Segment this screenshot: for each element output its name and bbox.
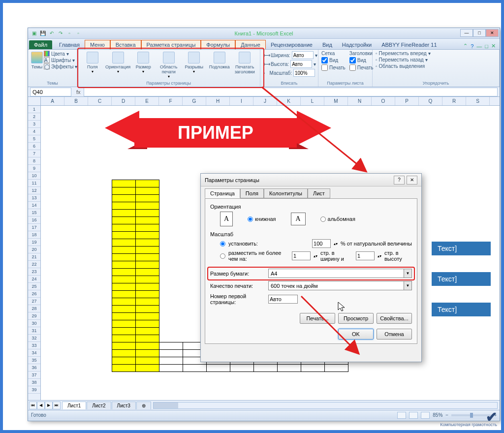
effects-button[interactable]: ◯Эффекты▾: [44, 63, 77, 69]
row-header[interactable]: 34: [28, 349, 40, 357]
new-icon[interactable]: ▫: [65, 30, 73, 37]
row-header[interactable]: 7: [28, 150, 40, 157]
dialog-tab-headerfooter[interactable]: Колонтитулы: [264, 188, 308, 198]
first-page-input[interactable]: [268, 295, 298, 304]
minimize-button[interactable]: —: [460, 29, 473, 37]
open-icon[interactable]: ▫: [74, 30, 82, 37]
gridlines-print-check[interactable]: Печать: [321, 64, 346, 71]
select-all-corner[interactable]: [28, 97, 41, 106]
landscape-radio[interactable]: альбомная: [320, 216, 355, 222]
sheet-tab-2[interactable]: Лист2: [87, 402, 111, 409]
close-button[interactable]: ✕: [486, 29, 499, 37]
row-header[interactable]: 14: [28, 202, 40, 209]
colors-button[interactable]: Цвета▾: [44, 51, 77, 57]
tab-file[interactable]: Файл: [29, 40, 52, 49]
headings-view-check[interactable]: Вид: [349, 57, 374, 63]
sheet-tab-3[interactable]: Лист3: [112, 402, 136, 409]
row-header[interactable]: 16: [28, 216, 40, 224]
column-header[interactable]: B: [64, 97, 88, 105]
undo-icon[interactable]: ↶: [48, 30, 56, 37]
tab-view[interactable]: Вид: [317, 40, 337, 49]
scale-set-radio[interactable]: установить: ▴▾ % от натуральной величины: [220, 239, 412, 248]
column-header[interactable]: P: [395, 97, 419, 105]
row-header[interactable]: 26: [28, 290, 40, 298]
row-header[interactable]: 36: [28, 364, 40, 371]
formula-input[interactable]: [84, 88, 498, 96]
row-header[interactable]: 5: [28, 135, 40, 143]
row-header[interactable]: 17: [28, 224, 40, 231]
properties-button[interactable]: Свойства...: [377, 313, 412, 324]
view-normal-button[interactable]: [397, 412, 406, 419]
row-header[interactable]: 12: [28, 187, 40, 194]
themes-button[interactable]: Темы: [31, 51, 43, 69]
row-header[interactable]: 39: [28, 386, 40, 394]
fx-icon[interactable]: fx: [73, 89, 84, 95]
tab-menu[interactable]: Меню: [85, 40, 110, 49]
sheet-nav-last[interactable]: ⏭: [53, 402, 61, 409]
column-header[interactable]: I: [230, 97, 253, 105]
row-header[interactable]: 3: [28, 121, 40, 128]
dialog-tab-sheet[interactable]: Лист: [308, 188, 330, 198]
width-selector[interactable]: ⟷Ширина:▾: [263, 51, 315, 60]
row-header[interactable]: 4: [28, 128, 40, 135]
preview-button[interactable]: Просмотр: [338, 313, 374, 324]
portrait-radio[interactable]: книжная: [248, 216, 276, 222]
row-header[interactable]: 2: [28, 113, 40, 121]
column-header[interactable]: J: [253, 97, 277, 105]
column-header[interactable]: E: [135, 97, 159, 105]
tab-addins[interactable]: Надстройки: [337, 40, 377, 49]
row-header[interactable]: 38: [28, 379, 40, 386]
tab-abbyy[interactable]: ABBYY FineReader 11: [377, 40, 441, 49]
column-header[interactable]: R: [442, 97, 466, 105]
scale-percent-input[interactable]: [312, 239, 331, 248]
row-header[interactable]: 1: [28, 106, 40, 113]
row-header[interactable]: 22: [28, 261, 40, 268]
redo-icon[interactable]: ↷: [57, 30, 64, 37]
row-header[interactable]: 8: [28, 157, 40, 165]
dialog-titlebar[interactable]: Параметры страницы ? ✕: [201, 174, 421, 186]
print-titles-button[interactable]: Печатать заголовки: [233, 51, 257, 74]
margins-button[interactable]: Поля▾: [80, 51, 105, 74]
row-header[interactable]: 11: [28, 180, 40, 187]
send-backward-button[interactable]: ▫Переместить назад▾: [376, 57, 496, 62]
row-header[interactable]: 35: [28, 357, 40, 364]
view-pagebreak-button[interactable]: [421, 412, 430, 419]
tab-home[interactable]: Главная: [54, 40, 85, 49]
fonts-button[interactable]: AШрифты▾: [44, 57, 77, 63]
tab-data[interactable]: Данные: [235, 40, 266, 49]
column-header[interactable]: D: [112, 97, 135, 105]
row-header[interactable]: 31: [28, 327, 40, 335]
maximize-button[interactable]: □: [473, 29, 486, 37]
row-header[interactable]: 30: [28, 320, 40, 327]
tab-pagelayout[interactable]: Разметка страницы: [141, 40, 201, 49]
tab-formulas[interactable]: Формулы: [201, 40, 235, 49]
row-header[interactable]: 23: [28, 268, 40, 276]
save-icon[interactable]: 💾: [39, 30, 47, 37]
scale-fit-radio[interactable]: разместить не более чем на: ▴▾ стр. в ши…: [220, 250, 412, 262]
height-selector[interactable]: ⟷Высота:▾: [263, 60, 315, 68]
background-button[interactable]: Подложка: [207, 51, 232, 69]
dialog-tab-page[interactable]: Страница: [205, 188, 240, 198]
cancel-button[interactable]: Отмена: [377, 329, 412, 340]
column-header[interactable]: N: [348, 97, 372, 105]
new-sheet-button[interactable]: ⊕: [136, 402, 151, 409]
column-header[interactable]: S: [466, 97, 490, 105]
column-header[interactable]: M: [324, 97, 348, 105]
row-header[interactable]: 37: [28, 371, 40, 379]
selection-pane-button[interactable]: ▫Область выделения: [376, 63, 496, 69]
dialog-tab-margins[interactable]: Поля: [240, 188, 264, 198]
sheet-nav-first[interactable]: ⏮: [29, 402, 37, 409]
orientation-button[interactable]: Ориентация▾: [106, 51, 130, 74]
view-pagelayout-button[interactable]: [409, 412, 418, 419]
print-area-button[interactable]: Область печати▾: [157, 51, 181, 79]
print-button[interactable]: Печать...: [300, 313, 335, 324]
gridlines-view-check[interactable]: Вид: [321, 57, 346, 63]
row-header[interactable]: 6: [28, 143, 40, 150]
size-button[interactable]: Размер▾: [131, 51, 156, 74]
close-workbook-icon[interactable]: ✕: [491, 43, 496, 49]
headings-print-check[interactable]: Печать: [349, 64, 374, 71]
sheet-nav-next[interactable]: ▶: [45, 402, 53, 409]
print-quality-combo[interactable]: 600 точек на дюйм▼: [268, 281, 412, 290]
name-box[interactable]: [30, 88, 71, 96]
column-header[interactable]: C: [88, 97, 112, 105]
